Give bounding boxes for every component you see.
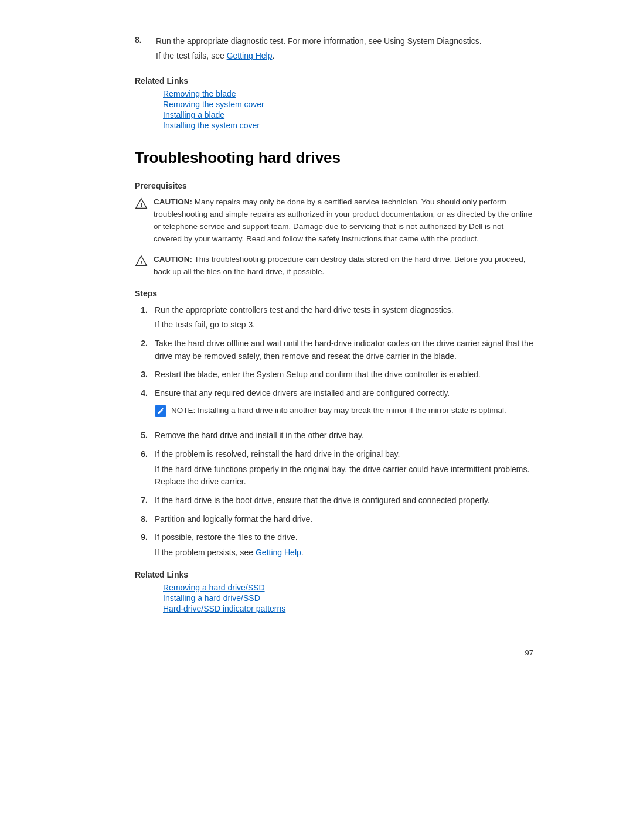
svg-text:!: ! (141, 259, 142, 265)
step-body-1: Run the appropriate controllers test and… (155, 304, 533, 332)
step-body-7: If the hard drive is the boot drive, ens… (155, 494, 533, 507)
caution-icon-1: ! (135, 197, 148, 245)
list-item: Hard-drive/SSD indicator patterns (163, 604, 533, 613)
section-heading: Troubleshooting hard drives (135, 149, 533, 169)
step-text-4: Ensure that any required device drivers … (155, 388, 450, 398)
caution-box-1: ! CAUTION: Many repairs may only be done… (135, 196, 533, 245)
step-sub-1: If the tests fail, go to step 3. (155, 319, 533, 332)
step-text-6: If the problem is resolved, reinstall th… (155, 449, 400, 459)
table-row: 6. If the problem is resolved, reinstall… (135, 448, 533, 489)
removing-blade-link[interactable]: Removing the blade (163, 89, 236, 98)
step-text-2: Take the hard drive offline and wait unt… (155, 339, 533, 361)
related-links-top-section: Related Links Removing the blade Removin… (135, 76, 533, 130)
table-row: 5. Remove the hard drive and install it … (135, 429, 533, 442)
step-body-9: If possible, restore the files to the dr… (155, 531, 533, 559)
steps-title: Steps (135, 289, 533, 298)
step-text-7: If the hard drive is the boot drive, ens… (155, 496, 490, 505)
step-sub-9-text: If the problem persists, see (155, 548, 256, 557)
caution-icon-2: ! (135, 255, 148, 278)
removing-system-cover-link[interactable]: Removing the system cover (163, 100, 264, 109)
related-links-top-list: Removing the blade Removing the system c… (135, 89, 533, 130)
getting-help-link-top[interactable]: Getting Help (227, 51, 273, 60)
installing-hdd-link[interactable]: Installing a hard drive/SSD (163, 593, 260, 603)
note-icon (155, 405, 166, 419)
step-body-5: Remove the hard drive and install it in … (155, 429, 533, 442)
hdd-indicator-link[interactable]: Hard-drive/SSD indicator patterns (163, 604, 285, 613)
step-body-6: If the problem is resolved, reinstall th… (155, 448, 533, 489)
caution-text-1: CAUTION: Many repairs may only be done b… (154, 196, 533, 245)
list-item: Removing a hard drive/SSD (163, 583, 533, 592)
prerequisites-title: Prerequisites (135, 181, 533, 190)
installing-system-cover-link[interactable]: Installing the system cover (163, 121, 260, 130)
note-box: NOTE: Installing a hard drive into anoth… (155, 405, 533, 419)
step-body-3: Restart the blade, enter the System Setu… (155, 368, 533, 381)
page-number: 97 (135, 648, 533, 657)
step-8-number: 8. (135, 35, 149, 47)
installing-blade-link[interactable]: Installing a blade (163, 110, 224, 119)
getting-help-link-bottom[interactable]: Getting Help (256, 548, 301, 557)
table-row: 1. Run the appropriate controllers test … (135, 304, 533, 332)
step-text-8: Partition and logically format the hard … (155, 514, 312, 524)
step-text-5: Remove the hard drive and install it in … (155, 431, 364, 440)
step-8-text: Run the appropriate diagnostic test. For… (156, 35, 482, 47)
list-item: Removing the blade (163, 89, 533, 98)
related-links-bottom-list: Removing a hard drive/SSD Installing a h… (135, 583, 533, 613)
table-row: 4. Ensure that any required device drive… (135, 387, 533, 424)
step-body-8: Partition and logically format the hard … (155, 513, 533, 526)
removing-hdd-link[interactable]: Removing a hard drive/SSD (163, 583, 265, 592)
step-num-3: 3. (135, 368, 148, 381)
caution-text-2: CAUTION: This troubleshooting procedure … (154, 254, 533, 278)
table-row: 3. Restart the blade, enter the System S… (135, 368, 533, 381)
step-num-8: 8. (135, 513, 148, 526)
step-sub-9: If the problem persists, see Getting Hel… (155, 547, 533, 559)
step-text-3: Restart the blade, enter the System Setu… (155, 370, 481, 379)
step-body-4: Ensure that any required device drivers … (155, 387, 533, 424)
caution-1-label: CAUTION: (154, 197, 192, 206)
related-links-bottom-title: Related Links (135, 570, 533, 579)
step-8-indent: If the test fails, see Getting Help. (135, 50, 533, 62)
note-pencil-icon (155, 405, 166, 417)
table-row: 2. Take the hard drive offline and wait … (135, 337, 533, 363)
step-num-7: 7. (135, 494, 148, 507)
table-row: 7. If the hard drive is the boot drive, … (135, 494, 533, 507)
step-num-1: 1. (135, 304, 148, 332)
table-row: 8. Partition and logically format the ha… (135, 513, 533, 526)
list-item: Removing the system cover (163, 100, 533, 109)
step-8-indent-text: If the test fails, see (156, 51, 227, 60)
related-links-bottom-section: Related Links Removing a hard drive/SSD … (135, 570, 533, 613)
step-num-5: 5. (135, 429, 148, 442)
step-num-6: 6. (135, 448, 148, 489)
steps-section: Steps 1. Run the appropriate controllers… (135, 289, 533, 559)
page-container: 8. Run the appropriate diagnostic test. … (76, 0, 557, 704)
related-links-top-title: Related Links (135, 76, 533, 86)
step-num-2: 2. (135, 337, 148, 363)
caution-box-2: ! CAUTION: This troubleshooting procedur… (135, 254, 533, 278)
prerequisites-section: Prerequisites ! CAUTION: Many repairs ma… (135, 181, 533, 278)
step-text-9: If possible, restore the files to the dr… (155, 532, 298, 542)
list-item: Installing a hard drive/SSD (163, 593, 533, 603)
svg-text:!: ! (141, 203, 142, 208)
step-sub-6: If the hard drive functions properly in … (155, 463, 533, 489)
step-num-4: 4. (135, 387, 148, 424)
note-text: NOTE: Installing a hard drive into anoth… (171, 405, 506, 416)
caution-2-text: This troubleshooting procedure can destr… (154, 255, 526, 276)
list-item: Installing a blade (163, 110, 533, 119)
step-num-9: 9. (135, 531, 148, 559)
caution-2-label: CAUTION: (154, 255, 192, 264)
caution-1-text: Many repairs may only be done by a certi… (154, 197, 532, 243)
table-row: 9. If possible, restore the files to the… (135, 531, 533, 559)
numbered-steps-list: 1. Run the appropriate controllers test … (135, 304, 533, 559)
list-item: Installing the system cover (163, 121, 533, 130)
step-8-section: 8. Run the appropriate diagnostic test. … (135, 35, 533, 62)
step-body-2: Take the hard drive offline and wait unt… (155, 337, 533, 363)
step-text-1: Run the appropriate controllers test and… (155, 305, 454, 315)
